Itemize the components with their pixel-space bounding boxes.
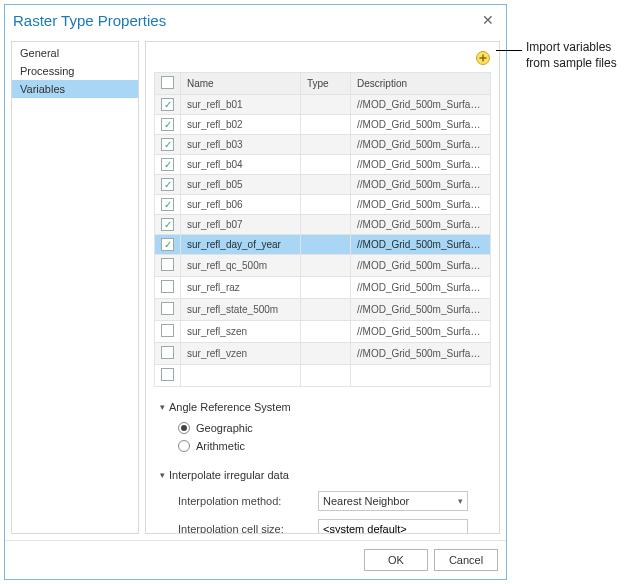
radio-geographic[interactable]: Geographic (160, 419, 491, 437)
cell-name: sur_refl_b07 (181, 215, 301, 235)
radio-label: Geographic (196, 422, 253, 434)
cell-desc: //MOD_Grid_500m_Surface_Ref.. (351, 175, 491, 195)
interp-section-header[interactable]: ▾ Interpolate irregular data (160, 469, 491, 481)
row-checkbox[interactable] (161, 258, 174, 271)
dialog-body: GeneralProcessingVariables (5, 35, 506, 540)
cell-type (301, 299, 351, 321)
dialog-footer: OK Cancel (5, 540, 506, 579)
cell-type (301, 195, 351, 215)
import-variables-button[interactable] (475, 50, 491, 66)
table-row[interactable]: sur_refl_state_500m//MOD_Grid_500m_Surfa… (155, 299, 491, 321)
interp-method-select[interactable]: Nearest Neighbor ▾ (318, 491, 468, 511)
cell-desc: //MOD_Grid_500m_Surface_Ref.. (351, 115, 491, 135)
row-checkbox[interactable]: ✓ (161, 98, 174, 111)
main-panel: Name Type Description ✓sur_refl_b01//MOD… (145, 41, 500, 534)
cell-type (301, 115, 351, 135)
interp-method-value: Nearest Neighbor (323, 495, 409, 507)
sidebar-item-general[interactable]: General (12, 44, 138, 62)
row-checkbox[interactable]: ✓ (161, 198, 174, 211)
cell-name: sur_refl_day_of_year (181, 235, 301, 255)
table-row[interactable]: ✓sur_refl_b05//MOD_Grid_500m_Surface_Ref… (155, 175, 491, 195)
sidebar: GeneralProcessingVariables (11, 41, 139, 534)
cell-desc: //MOD_Grid_500m_Surface_Ref.. (351, 195, 491, 215)
dialog-raster-type-properties: Raster Type Properties ✕ GeneralProcessi… (4, 4, 507, 580)
table-row[interactable]: sur_refl_vzen//MOD_Grid_500m_Surface_Ref… (155, 343, 491, 365)
radio-label: Arithmetic (196, 440, 245, 452)
cell-type (301, 277, 351, 299)
cell-desc: //MOD_Grid_500m_Surface_Ref.. (351, 215, 491, 235)
cell-type (301, 215, 351, 235)
row-checkbox[interactable]: ✓ (161, 118, 174, 131)
cell-name: sur_refl_b03 (181, 135, 301, 155)
cancel-button[interactable]: Cancel (434, 549, 498, 571)
radio-arithmetic[interactable]: Arithmetic (160, 437, 491, 455)
chevron-down-icon: ▾ (160, 470, 165, 480)
ok-button[interactable]: OK (364, 549, 428, 571)
cell-desc: //MOD_Grid_500m_Surface_Ref.. (351, 235, 491, 255)
col-header-desc[interactable]: Description (351, 73, 491, 95)
cell-name: sur_refl_b04 (181, 155, 301, 175)
interpolate-section: ▾ Interpolate irregular data Interpolati… (154, 469, 491, 534)
cell-name: sur_refl_raz (181, 277, 301, 299)
cell-name: sur_refl_szen (181, 321, 301, 343)
cell-type (301, 343, 351, 365)
callout-import-variables: Import variables from sample files (496, 40, 622, 71)
row-checkbox[interactable]: ✓ (161, 238, 174, 251)
cell-type (301, 235, 351, 255)
title-bar: Raster Type Properties ✕ (5, 5, 506, 35)
row-checkbox[interactable]: ✓ (161, 178, 174, 191)
interp-cell-input[interactable] (318, 519, 468, 534)
callout-text: Import variables from sample files (522, 40, 622, 71)
sidebar-item-processing[interactable]: Processing (12, 62, 138, 80)
row-checkbox[interactable] (161, 302, 174, 315)
table-row[interactable]: ✓sur_refl_b07//MOD_Grid_500m_Surface_Ref… (155, 215, 491, 235)
col-header-type[interactable]: Type (301, 73, 351, 95)
cell-type (301, 365, 351, 387)
cell-desc: //MOD_Grid_500m_Surface_Ref.. (351, 277, 491, 299)
chevron-down-icon: ▾ (160, 402, 165, 412)
cell-type (301, 135, 351, 155)
table-row[interactable]: ✓sur_refl_b04//MOD_Grid_500m_Surface_Ref… (155, 155, 491, 175)
table-row[interactable]: sur_refl_raz//MOD_Grid_500m_Surface_Ref.… (155, 277, 491, 299)
chevron-down-icon: ▾ (458, 496, 463, 506)
cell-type (301, 321, 351, 343)
radio-icon (178, 440, 190, 452)
sidebar-item-variables[interactable]: Variables (12, 80, 138, 98)
angle-section-header[interactable]: ▾ Angle Reference System (160, 401, 491, 413)
interp-method-label: Interpolation method: (178, 495, 318, 507)
plus-circle-icon (475, 50, 491, 66)
row-checkbox[interactable]: ✓ (161, 158, 174, 171)
table-row[interactable]: ✓sur_refl_day_of_year//MOD_Grid_500m_Sur… (155, 235, 491, 255)
interp-section-title: Interpolate irregular data (169, 469, 289, 481)
table-row[interactable]: ✓sur_refl_b03//MOD_Grid_500m_Surface_Ref… (155, 135, 491, 155)
table-row[interactable]: ✓sur_refl_b02//MOD_Grid_500m_Surface_Ref… (155, 115, 491, 135)
table-row[interactable]: ✓sur_refl_b01//MOD_Grid_500m_Surface_Ref… (155, 95, 491, 115)
header-checkbox[interactable] (161, 76, 174, 89)
table-row[interactable]: sur_refl_szen//MOD_Grid_500m_Surface_Ref… (155, 321, 491, 343)
angle-reference-section: ▾ Angle Reference System GeographicArith… (154, 401, 491, 455)
cell-name: sur_refl_state_500m (181, 299, 301, 321)
row-checkbox[interactable] (161, 346, 174, 359)
cell-desc: //MOD_Grid_500m_Surface_Ref.. (351, 299, 491, 321)
cell-desc: //MOD_Grid_500m_Surface_Ref.. (351, 255, 491, 277)
col-header-name[interactable]: Name (181, 73, 301, 95)
row-checkbox[interactable]: ✓ (161, 138, 174, 151)
cell-type (301, 175, 351, 195)
callout-leader-line (496, 50, 522, 51)
close-icon[interactable]: ✕ (478, 10, 498, 30)
cell-desc: //MOD_Grid_500m_Surface_Ref.. (351, 135, 491, 155)
cell-name: sur_refl_vzen (181, 343, 301, 365)
row-checkbox[interactable] (161, 368, 174, 381)
row-checkbox[interactable]: ✓ (161, 218, 174, 231)
header-checkbox-cell[interactable] (155, 73, 181, 95)
table-row[interactable]: ✓sur_refl_b06//MOD_Grid_500m_Surface_Ref… (155, 195, 491, 215)
radio-icon (178, 422, 190, 434)
interp-cell-label: Interpolation cell size: (178, 523, 318, 534)
table-row[interactable] (155, 365, 491, 387)
table-row[interactable]: sur_refl_qc_500m//MOD_Grid_500m_Surface_… (155, 255, 491, 277)
cell-desc: //MOD_Grid_500m_Surface_Ref.. (351, 343, 491, 365)
dialog-title: Raster Type Properties (13, 12, 166, 29)
row-checkbox[interactable] (161, 280, 174, 293)
row-checkbox[interactable] (161, 324, 174, 337)
cell-type (301, 155, 351, 175)
